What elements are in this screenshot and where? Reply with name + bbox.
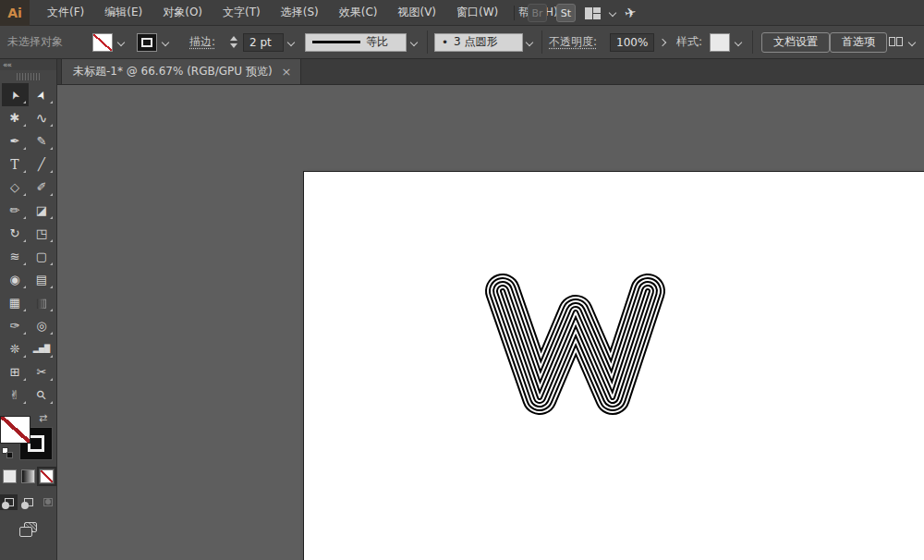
gradient-button[interactable] [21,469,35,483]
drawing-modes-row [0,494,56,510]
stroke-color-control[interactable] [137,26,157,58]
menu-window[interactable]: 窗口(W) [446,0,508,26]
tool-paintbrush[interactable]: ✐ [29,176,55,199]
document-tab[interactable]: 未标题-1* @ 66.67% (RGB/GPU 预览) × [61,58,301,84]
tool-width[interactable]: ≋ [2,245,29,268]
stroke-weight-label[interactable]: 描边: [189,26,215,58]
stock-icon[interactable]: St [556,4,576,22]
tool-hand[interactable]: ✌ [2,383,29,407]
control-bar: 未选择对象 描边: 2 pt 等比 • 3 点圆形 不透明度: 100% 样式:… [0,26,924,59]
draw-inside-button[interactable] [39,494,56,510]
paintbrush-icon: ✐ [37,180,47,194]
artboard[interactable] [303,171,924,560]
sync-settings-chevron-icon[interactable] [909,26,915,58]
tool-artboard[interactable]: ⊞ [2,360,29,383]
bridge-icon[interactable]: Br [528,4,547,22]
fill-color-control[interactable] [92,26,113,58]
free-transform-icon: ▢ [36,250,47,263]
tool-curvature[interactable]: ✎ [29,129,55,152]
style-swatch[interactable] [710,26,730,58]
blend-icon: ◎ [36,319,46,333]
tool-symbol-sprayer[interactable]: ❊ [2,337,29,360]
tool-polygon[interactable]: ◇ [2,176,29,199]
tools-panel: «« ➤➤✱∿✒✎T╱◇✐✏◪↻◳≋▢◉▤▦▥✑◎❊▂▅█⊞✂✌⚲ ⇄ [0,59,57,560]
stroke-black-swatch[interactable] [137,33,157,52]
tool-mesh[interactable]: ▦ [2,291,29,314]
gpu-performance-icon[interactable]: ✈ [623,4,638,22]
pen-icon: ✒ [10,134,20,148]
stroke-profile-chevron-icon[interactable] [411,26,417,58]
app-logo: Ai [0,0,30,26]
canvas-pasteboard[interactable] [57,85,924,560]
tool-perspective-grid[interactable]: ▤ [29,268,55,291]
tool-scale[interactable]: ◳ [29,222,55,245]
opacity-label[interactable]: 不透明度: [549,26,597,58]
tool-rotate[interactable]: ↻ [2,222,29,245]
menu-items: 文件(F)编辑(E)对象(O)文字(T)选择(S)效果(C)视图(V)窗口(W)… [37,0,568,26]
menu-object[interactable]: 对象(O) [152,0,213,26]
menu-effect[interactable]: 效果(C) [329,0,388,26]
sync-settings-icon[interactable] [889,26,904,58]
tab-close-icon[interactable]: × [282,65,292,79]
scale-icon: ◳ [36,226,47,240]
menubar-separator [514,6,515,20]
draw-normal-button[interactable] [0,494,18,510]
tool-line-segment[interactable]: ╱ [29,152,55,176]
gradient-icon: ▥ [36,296,47,310]
default-fill-stroke-icon[interactable] [2,447,13,458]
opacity-expand-icon[interactable] [660,26,665,58]
arrange-documents-icon[interactable] [585,7,601,19]
tool-lasso[interactable]: ∿ [29,106,55,129]
tool-pencil[interactable]: ✏ [2,199,29,222]
stroke-weight-stepper[interactable] [230,26,240,58]
tool-pen[interactable]: ✒ [2,129,29,152]
letter-w-artwork[interactable] [304,172,924,560]
fill-stroke-widget: ⇄ [0,410,56,462]
none-button[interactable] [40,469,54,483]
style-chevron-icon[interactable] [736,26,741,58]
preferences-button[interactable]: 首选项 [830,32,887,53]
menu-type[interactable]: 文字(T) [213,0,271,26]
control-separator [541,30,542,54]
stroke-chevron-icon[interactable] [163,26,168,58]
stroke-weight-chevron-icon[interactable] [288,26,294,58]
tool-free-transform[interactable]: ▢ [29,245,55,268]
brush-label: 3 点圆形 [454,34,497,50]
tool-gradient[interactable]: ▥ [29,291,55,314]
collapse-double-arrow-icon: «« [3,60,11,69]
draw-behind-button[interactable] [19,494,37,510]
change-screen-mode-button[interactable] [19,522,38,537]
menu-file[interactable]: 文件(F) [37,0,94,26]
tool-zoom[interactable]: ⚲ [29,383,55,407]
fill-none-swatch[interactable] [92,33,113,52]
fill-chevron-icon[interactable] [118,26,124,58]
brush-dropdown[interactable]: • 3 点圆形 [434,26,523,58]
tool-shape-builder[interactable]: ◉ [2,268,29,291]
tool-selection[interactable]: ➤ [2,83,29,106]
color-button[interactable] [3,469,17,483]
tool-direct-selection[interactable]: ➤ [29,83,55,106]
hand-icon: ✌ [10,388,20,402]
document-tab-title: 未标题-1* @ 66.67% (RGB/GPU 预览) [73,64,273,79]
opacity-field[interactable]: 100% [610,26,654,58]
brush-chevron-icon[interactable] [527,26,532,58]
swap-fill-stroke-icon[interactable]: ⇄ [39,412,47,424]
tool-blend[interactable]: ◎ [29,314,55,337]
menu-view[interactable]: 视图(V) [387,0,446,26]
stroke-weight-field[interactable]: 2 pt [243,26,284,58]
menu-select[interactable]: 选择(S) [271,0,329,26]
arrange-documents-chevron-icon[interactable] [609,9,616,17]
tool-eyedropper[interactable]: ✑ [2,314,29,337]
perspective-grid-icon: ▤ [36,273,47,286]
fill-indicator-swatch[interactable] [0,416,30,444]
tool-magic-wand[interactable]: ✱ [2,106,29,129]
tool-eraser[interactable]: ◪ [29,199,55,222]
tool-column-graph[interactable]: ▂▅█ [29,337,55,360]
tool-slice[interactable]: ✂ [29,360,55,383]
tools-panel-collapse[interactable]: «« [0,59,56,70]
menu-edit[interactable]: 编辑(E) [94,0,152,26]
stroke-profile-dropdown[interactable]: 等比 [305,26,407,58]
document-setup-button[interactable]: 文档设置 [761,32,830,53]
tools-panel-gripper[interactable] [0,70,56,83]
tool-type[interactable]: T [2,152,29,176]
